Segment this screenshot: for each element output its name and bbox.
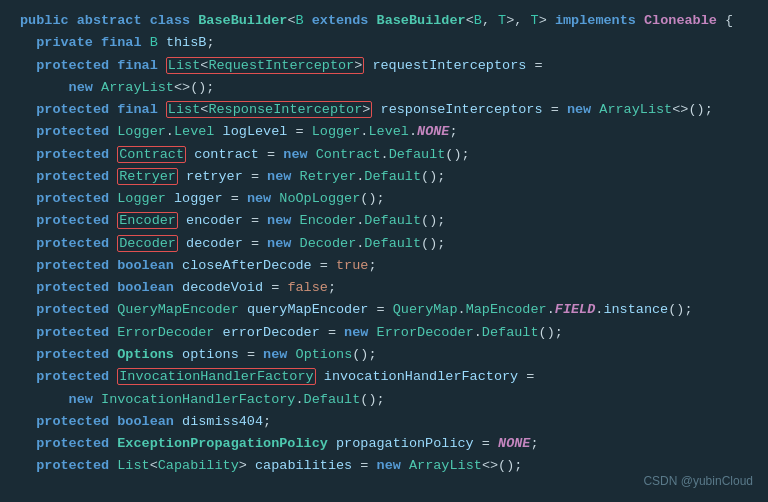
code-line-6: new ArrayList<>(); [20,77,748,99]
code-line-9: protected Contract contract = new Contra… [20,144,748,166]
code-editor: public abstract class BaseBuilder<B exte… [0,0,768,502]
code-line-15: protected boolean decodeVoid = false; [20,277,748,299]
code-line-20: new InvocationHandlerFactory.Default(); [20,389,748,411]
watermark-brand: CSDN [643,474,677,488]
code-line-16: protected QueryMapEncoder queryMapEncode… [20,299,748,321]
code-line-12: protected Encoder encoder = new Encoder.… [20,210,748,232]
watermark-user: @yubinCloud [681,474,753,488]
code-line-5: protected final List<RequestInterceptor>… [20,55,748,77]
code-line-22: protected ExceptionPropagationPolicy pro… [20,433,748,455]
code-line-17: protected ErrorDecoder errorDecoder = ne… [20,322,748,344]
code-line-3: private final B thisB; [20,32,748,54]
watermark: CSDN @yubinCloud [643,472,753,492]
code-line-18: protected Options options = new Options(… [20,344,748,366]
code-line-19: protected InvocationHandlerFactory invoc… [20,366,748,388]
code-line-23: protected List<Capability> capabilities … [20,455,748,477]
code-line-8: protected Logger.Level logLevel = Logger… [20,121,748,143]
code-line-13: protected Decoder decoder = new Decoder.… [20,233,748,255]
code-line-14: protected boolean closeAfterDecode = tru… [20,255,748,277]
code-line-21: protected boolean dismiss404; [20,411,748,433]
code-line-11: protected Logger logger = new NoOpLogger… [20,188,748,210]
code-line-1: public abstract class BaseBuilder<B exte… [20,10,748,32]
code-line-7: protected final List<ResponseInterceptor… [20,99,748,121]
code-line-10: protected Retryer retryer = new Retryer.… [20,166,748,188]
